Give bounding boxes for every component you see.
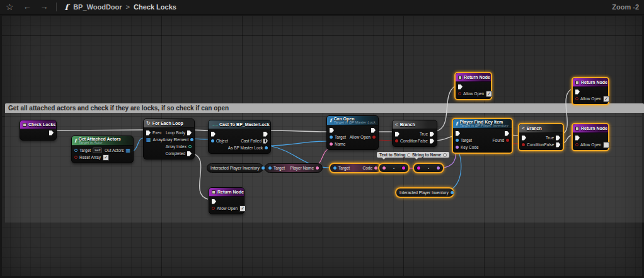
node-conv-string-to-name[interactable]: •	[413, 163, 444, 173]
allow-open-checkbox[interactable]: ✓	[239, 206, 246, 212]
node-get-interacted-player-inventory-2[interactable]: Interacted Player Inventory	[395, 187, 454, 198]
exec-in-pin[interactable]	[575, 90, 580, 95]
array-index-pin[interactable]	[188, 145, 192, 148]
allow-open-pin[interactable]	[458, 92, 461, 95]
allow-open-checkbox[interactable]	[603, 142, 609, 148]
node-return-right-bottom[interactable]: Return Node Allow Open	[572, 123, 609, 151]
comment-box-title[interactable]: Get all attached actors and check if the…	[5, 103, 644, 113]
array-in-pin[interactable]: ▦	[146, 137, 151, 142]
allow-open-pin[interactable]	[575, 143, 578, 146]
node-player-find-key-item[interactable]: f Player Find Key Item Target is BP Play…	[452, 118, 513, 154]
forward-arrow-icon[interactable]: →	[36, 0, 53, 14]
pin-label-allow-open: Allow Open	[580, 142, 601, 147]
exec-in-pin[interactable]	[456, 131, 460, 136]
name-out-pin[interactable]	[437, 166, 440, 170]
array-grid-pin[interactable]: ▦	[125, 148, 130, 153]
node-conv-text-to-string[interactable]: •	[378, 163, 410, 173]
completed-exec-pin[interactable]	[187, 151, 192, 156]
as-bp-master-lock-pin[interactable]	[265, 146, 268, 149]
node-title: Branch	[527, 126, 542, 130]
target-pin[interactable]	[456, 139, 459, 142]
node-cast-to-bp-masterlock[interactable]: →→ Cast To BP_MasterLock Object Cast Fai…	[208, 120, 271, 154]
object-pin[interactable]	[211, 139, 214, 142]
node-return-top-center[interactable]: Return Node Allow Open ✓	[454, 72, 492, 100]
node-header: f Can Open Target is BP Master Lock	[327, 116, 378, 125]
target-in-pin[interactable]	[333, 166, 336, 170]
node-for-each-loop[interactable]: ↻ For Each Loop Exec Loop Body ▦ Array A…	[143, 119, 195, 159]
exec-out-pin[interactable]	[371, 128, 376, 133]
array-element-pin[interactable]	[190, 138, 193, 141]
reset-array-checkbox[interactable]: ✓	[103, 154, 109, 161]
function-icon: f	[74, 137, 76, 144]
target-in-pin[interactable]	[268, 166, 272, 170]
allow-open-pin[interactable]	[212, 207, 215, 210]
exec-in-pin[interactable]	[395, 132, 400, 137]
node-return-right-top[interactable]: Return Node Allow Open ✓	[572, 77, 609, 105]
value-out-pin[interactable]	[262, 166, 265, 170]
node-get-attached-actors[interactable]: f Get Attached Actors Target is Actor Ta…	[71, 136, 134, 163]
node-branch-2[interactable]: < Branch True Condition False	[518, 123, 564, 151]
node-get-interacted-player-inventory-1[interactable]: Interacted Player Inventory	[207, 163, 263, 173]
condition-pin[interactable]	[522, 143, 525, 146]
breadcrumb-separator: >	[122, 3, 134, 11]
pin-label-allow-open: Allow Open	[217, 206, 238, 211]
node-check-locks-entry[interactable]: Check Locks	[20, 120, 57, 141]
back-arrow-icon[interactable]: ←	[19, 0, 36, 14]
exec-out-pin[interactable]	[505, 131, 509, 136]
breadcrumb-blueprint[interactable]: BP_WoodDoor	[73, 3, 122, 11]
node-return-bottom-left[interactable]: Return Node Allow Open ✓	[209, 187, 244, 214]
code-out-pin[interactable]	[374, 166, 377, 170]
reset-array-pin[interactable]	[74, 156, 78, 159]
loop-icon: ↻	[146, 122, 151, 125]
allow-open-checkbox[interactable]: ✓	[603, 96, 609, 102]
false-exec-pin[interactable]	[430, 139, 434, 144]
name-pin[interactable]	[330, 142, 333, 146]
favorite-star-icon[interactable]: ☆	[0, 0, 19, 14]
string-in-pin[interactable]	[417, 166, 420, 170]
true-exec-pin[interactable]	[430, 132, 434, 137]
player-name-out-pin[interactable]	[316, 166, 319, 170]
node-header: Check Locks	[20, 120, 56, 129]
exec-in-pin[interactable]	[330, 128, 334, 133]
allow-open-pin[interactable]	[372, 136, 376, 139]
exec-in-pin[interactable]	[458, 84, 463, 90]
blueprint-graph-canvas[interactable]: Get all attached actors and check if the…	[0, 14, 644, 278]
node-can-open[interactable]: f Can Open Target is BP Master Lock Targ…	[326, 115, 379, 150]
exec-in-pin[interactable]	[212, 199, 216, 204]
value-out-pin[interactable]	[451, 191, 454, 194]
target-pin[interactable]	[330, 136, 333, 139]
pin-label-object: Object	[216, 139, 228, 143]
condition-pin[interactable]	[395, 139, 398, 142]
cast-failed-exec-pin[interactable]	[263, 139, 268, 144]
target-value-box[interactable]: self	[93, 148, 102, 153]
exec-in-pin[interactable]	[146, 130, 151, 136]
toolbar-divider	[56, 3, 57, 11]
string-out-pin[interactable]	[402, 166, 405, 170]
breadcrumb-current-graph[interactable]: Check Locks	[134, 3, 176, 11]
bubble-pin-icon[interactable]	[443, 153, 447, 157]
pin-label-false: False	[418, 139, 428, 143]
target-pin[interactable]	[74, 149, 78, 152]
node-branch-1[interactable]: < Branch True Condition False	[392, 120, 437, 147]
node-get-player-name[interactable]: Target Player Name	[265, 163, 323, 173]
loop-body-exec-pin[interactable]	[187, 130, 192, 136]
node-get-code[interactable]: Target Code	[329, 163, 382, 173]
allow-open-pin[interactable]	[575, 97, 578, 100]
found-pin[interactable]	[506, 139, 509, 142]
exec-out-pin[interactable]	[263, 132, 268, 137]
allow-open-checkbox[interactable]: ✓	[486, 91, 492, 97]
conversion-dot: •	[422, 166, 435, 170]
pin-label-out-actors: Out Actors	[105, 148, 124, 153]
exec-out-pin[interactable]	[49, 130, 54, 136]
exec-in-pin[interactable]	[575, 136, 580, 141]
true-exec-pin[interactable]	[556, 136, 560, 141]
false-exec-pin[interactable]	[556, 142, 560, 148]
key-code-pin[interactable]	[456, 146, 459, 149]
node-title: Return Node	[464, 75, 490, 79]
pin-label-array-index: Array Index	[166, 144, 187, 149]
node-header: f Get Attached Actors Target is Actor	[72, 136, 133, 146]
exec-in-pin[interactable]	[522, 136, 526, 141]
text-in-pin[interactable]	[382, 166, 386, 170]
pin-label-target: Target	[79, 148, 91, 153]
exec-in-pin[interactable]	[211, 132, 216, 137]
